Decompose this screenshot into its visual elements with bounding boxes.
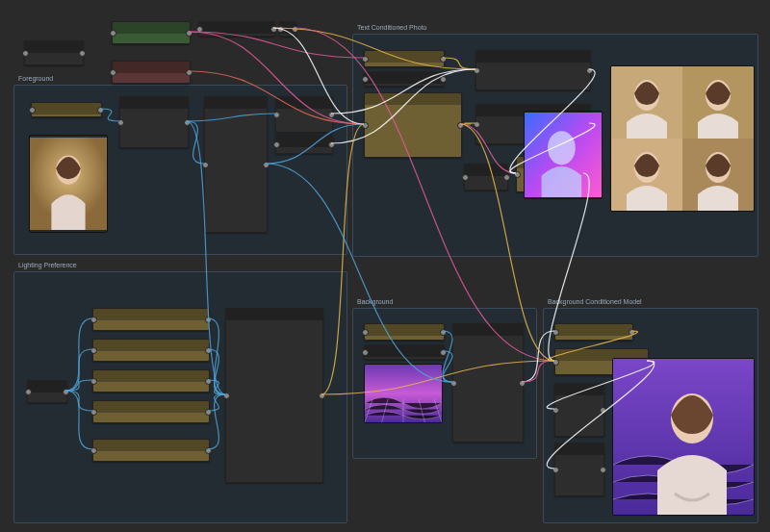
port-in[interactable]: [552, 329, 559, 336]
port-out[interactable]: [328, 112, 335, 118]
node-graph-canvas[interactable]: ForegroundLighting PreferenceText Condit…: [0, 0, 770, 532]
node-n50[interactable]: [554, 323, 633, 341]
node-n40[interactable]: [364, 323, 445, 341]
image-preview-img_src[interactable]: [29, 135, 108, 233]
node-n24[interactable]: [92, 400, 210, 423]
port-in[interactable]: [196, 26, 203, 33]
port-in[interactable]: [514, 171, 521, 178]
node-n1[interactable]: [24, 40, 84, 65]
port-out[interactable]: [263, 162, 270, 168]
port-in[interactable]: [277, 26, 284, 33]
node-n2[interactable]: [112, 21, 191, 44]
node-n25[interactable]: [92, 439, 210, 462]
node-n32[interactable]: [364, 92, 462, 158]
port-in[interactable]: [90, 447, 97, 454]
port-out[interactable]: [440, 76, 447, 83]
port-in[interactable]: [25, 389, 32, 395]
port-in[interactable]: [90, 409, 97, 416]
port-out[interactable]: [184, 119, 191, 126]
port-out[interactable]: [205, 378, 212, 385]
port-out[interactable]: [292, 26, 298, 33]
port-out[interactable]: [186, 69, 192, 76]
port-out[interactable]: [503, 174, 510, 181]
node-title: [25, 41, 83, 53]
port-out[interactable]: [600, 467, 606, 473]
node-n26[interactable]: [225, 308, 323, 483]
node-n23[interactable]: [92, 369, 210, 393]
port-out[interactable]: [440, 329, 447, 336]
port-in[interactable]: [90, 347, 97, 354]
node-n20[interactable]: [27, 380, 67, 403]
port-in[interactable]: [223, 393, 230, 399]
port-in[interactable]: [474, 67, 480, 74]
port-in[interactable]: [552, 407, 559, 414]
port-out[interactable]: [600, 407, 606, 414]
port-out[interactable]: [629, 329, 635, 336]
node-n30[interactable]: [364, 50, 445, 67]
node-n5[interactable]: [279, 21, 296, 37]
image-preview-img_grid[interactable]: [610, 65, 755, 212]
port-in[interactable]: [362, 76, 369, 83]
port-in[interactable]: [474, 121, 480, 128]
port-out[interactable]: [205, 447, 212, 454]
port-in[interactable]: [552, 467, 559, 473]
node-n12[interactable]: [204, 96, 268, 233]
port-in[interactable]: [110, 30, 116, 37]
port-out[interactable]: [440, 349, 447, 356]
port-in[interactable]: [362, 122, 369, 129]
node-n10[interactable]: [31, 102, 102, 117]
port-out[interactable]: [457, 122, 464, 129]
node-title: [465, 165, 507, 176]
port-out[interactable]: [519, 380, 526, 387]
port-out[interactable]: [205, 317, 212, 323]
node-title: [93, 340, 209, 351]
image-preview-img_out[interactable]: [612, 358, 755, 516]
node-title: [555, 443, 603, 455]
port-in[interactable]: [117, 119, 124, 126]
port-out[interactable]: [205, 409, 212, 416]
node-n4[interactable]: [198, 21, 275, 37]
node-n42[interactable]: [452, 323, 524, 443]
port-in[interactable]: [29, 107, 36, 114]
image-preview-img_stylized[interactable]: [524, 111, 603, 199]
node-n21[interactable]: [92, 308, 210, 331]
node-n14[interactable]: [275, 135, 333, 154]
node-n31[interactable]: [364, 71, 445, 87]
port-in[interactable]: [273, 112, 280, 118]
port-out[interactable]: [79, 50, 86, 57]
port-in[interactable]: [450, 380, 457, 387]
node-n13[interactable]: [275, 96, 333, 133]
svg-point-4: [548, 131, 576, 165]
port-out[interactable]: [586, 67, 593, 74]
port-out[interactable]: [97, 107, 104, 114]
port-in[interactable]: [362, 329, 369, 336]
node-n22[interactable]: [92, 339, 210, 362]
node-n11[interactable]: [119, 96, 189, 148]
node-title: [113, 62, 190, 73]
node-n3[interactable]: [112, 61, 191, 84]
port-out[interactable]: [186, 30, 192, 37]
port-in[interactable]: [90, 317, 97, 323]
port-out[interactable]: [270, 26, 277, 33]
port-in[interactable]: [202, 162, 209, 168]
node-n41[interactable]: [364, 344, 445, 360]
node-n33[interactable]: [475, 50, 591, 90]
node-n53[interactable]: [554, 443, 604, 496]
node-n52[interactable]: [554, 383, 604, 437]
port-out[interactable]: [319, 393, 325, 399]
port-out[interactable]: [440, 56, 447, 63]
port-out[interactable]: [205, 347, 212, 354]
port-in[interactable]: [273, 141, 280, 148]
port-out[interactable]: [63, 389, 69, 395]
port-in[interactable]: [90, 378, 97, 385]
port-in[interactable]: [362, 56, 369, 63]
port-in[interactable]: [552, 359, 559, 366]
port-out[interactable]: [328, 141, 335, 148]
node-n36[interactable]: [464, 164, 508, 190]
port-in[interactable]: [462, 174, 469, 181]
image-preview-img_bg[interactable]: [364, 364, 443, 423]
port-in[interactable]: [362, 349, 369, 356]
port-in[interactable]: [22, 50, 29, 57]
node-title: [365, 51, 444, 63]
port-in[interactable]: [110, 69, 116, 76]
